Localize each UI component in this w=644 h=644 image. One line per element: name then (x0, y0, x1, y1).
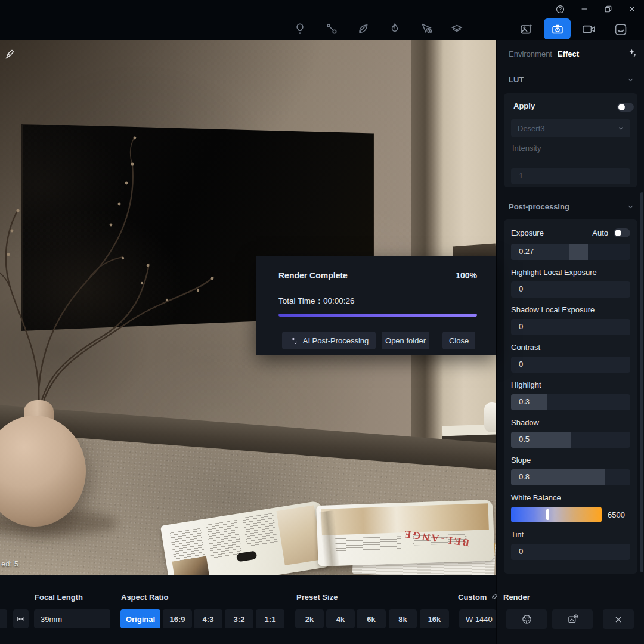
tint-input[interactable]: 0 (511, 544, 630, 560)
intensity-label: Intensity (512, 144, 541, 153)
render-cancel-button[interactable] (603, 609, 634, 629)
aperture-icon (521, 614, 532, 625)
custom-width-input[interactable]: W 1440 (459, 609, 496, 628)
video-mode-icon[interactable] (581, 22, 596, 36)
aspect-4-3-button[interactable]: 4:3 (194, 609, 222, 628)
field-label: Highlight Local Exposure (511, 268, 630, 277)
select-add-tool-icon[interactable] (420, 22, 433, 35)
exposure-slider[interactable]: 0.27 (511, 244, 630, 260)
field-label: Shadow Local Exposure (511, 305, 630, 314)
highlight-local-exposure-input[interactable]: 0 (511, 281, 630, 298)
material-tool-icon[interactable] (450, 22, 463, 35)
panel-divider (497, 67, 644, 67)
scene-branches (0, 88, 239, 422)
render-export-button[interactable] (552, 609, 593, 629)
preset-16k-button[interactable]: 16k (420, 609, 449, 628)
white-balance-label: White Balance (511, 493, 630, 502)
contrast-input[interactable]: 0 (511, 357, 630, 373)
post-processing-header[interactable]: Post-processing (509, 202, 569, 211)
lut-preset-dropdown[interactable]: Desert3 (511, 119, 630, 137)
effect-panel: Environment Effect LUT Apply Desert3 Int… (496, 40, 644, 644)
render-settings-bar: Focal Length Aspect Ratio Preset Size Cu… (0, 575, 496, 644)
total-time: Total Time：00:00:26 (278, 296, 355, 306)
preset-8k-button[interactable]: 8k (389, 609, 417, 628)
field-label: Slope (511, 456, 630, 465)
render-progress-bar (278, 314, 477, 317)
fire-tool-icon[interactable] (388, 22, 401, 35)
open-folder-button[interactable]: Open folder (382, 332, 429, 349)
seed-label: ed: 5 (1, 559, 18, 568)
slope-slider[interactable]: 0.8 (511, 469, 630, 485)
aspect-1-1-button[interactable]: 1:1 (256, 609, 284, 628)
title-bar (0, 0, 644, 40)
panel-scrollbar[interactable] (640, 192, 643, 572)
render-progress-fill (278, 314, 477, 317)
custom-size-label: Custom (458, 593, 487, 602)
restore-button[interactable] (602, 3, 614, 15)
aspect-16-9-button[interactable]: 16:9 (163, 609, 192, 628)
exposure-slider-handle[interactable] (569, 244, 588, 260)
white-balance-handle[interactable] (546, 509, 549, 520)
minimize-button[interactable] (578, 3, 590, 15)
annotate-pen-icon[interactable] (4, 47, 17, 60)
export-image-icon (567, 614, 578, 625)
ai-enhance-icon[interactable] (627, 48, 638, 58)
auto-label: Auto (592, 228, 608, 237)
app-window: BEL-ANGE ed: 5 Render Complete 100% Tota… (0, 0, 644, 644)
aspect-original-button[interactable]: Original (120, 609, 160, 628)
render-start-button[interactable] (506, 609, 547, 629)
help-icon[interactable] (554, 3, 566, 15)
lut-apply-toggle[interactable] (617, 103, 634, 112)
tab-effect[interactable]: Effect (558, 49, 579, 58)
shadow-slider[interactable]: 0.5 (511, 432, 630, 448)
field-label: Contrast (511, 343, 630, 352)
apply-label: Apply (513, 101, 535, 110)
scene-lamp (484, 402, 496, 432)
lut-intensity-input[interactable]: 1 (511, 168, 630, 184)
focal-length-label: Focal Length (35, 593, 83, 602)
sparkle-icon (289, 336, 299, 345)
preset-6k-button[interactable]: 6k (357, 609, 386, 628)
lut-card: Apply Desert3 Intensity 1 (504, 93, 637, 187)
focal-length-input[interactable]: 39mm (34, 609, 110, 628)
camera-mode-button[interactable] (544, 18, 571, 39)
width-arrows-icon (16, 614, 26, 624)
ai-post-processing-button[interactable]: AI Post-Processing (282, 332, 376, 349)
library-mode-icon[interactable] (614, 22, 628, 36)
preset-4k-button[interactable]: 4k (326, 609, 355, 628)
render-label: Render (503, 593, 530, 602)
dialog-title: Render Complete (278, 271, 348, 280)
aspect-3-2-button[interactable]: 3:2 (225, 609, 253, 628)
path-tool-icon[interactable] (325, 22, 338, 35)
white-balance-slider[interactable] (511, 507, 602, 522)
preset-2k-button[interactable]: 2k (295, 609, 324, 628)
close-button[interactable] (626, 3, 638, 15)
exposure-label: Exposure (511, 228, 544, 237)
focal-width-icon-button[interactable] (13, 609, 29, 628)
post-processing-card: Exposure Auto 0.27 Highlight Local Expos… (504, 219, 637, 574)
tab-environment[interactable]: Environment (509, 49, 552, 58)
chevron-down-icon[interactable] (627, 203, 633, 209)
highlight-slider[interactable]: 0.3 (511, 394, 630, 410)
shadow-local-exposure-input[interactable]: 0 (511, 319, 630, 335)
preset-size-label: Preset Size (296, 593, 338, 602)
close-icon (614, 615, 623, 624)
chevron-down-icon (618, 125, 624, 131)
tint-label: Tint (511, 530, 630, 539)
vegetation-tool-icon[interactable] (357, 22, 370, 35)
chevron-down-icon[interactable] (627, 76, 633, 82)
dialog-close-button[interactable]: Close (442, 332, 475, 349)
render-complete-dialog: Render Complete 100% Total Time：00:00:26… (256, 256, 496, 355)
edge-button[interactable] (0, 609, 7, 628)
exposure-auto-toggle[interactable] (614, 228, 630, 237)
white-balance-value: 6500 (608, 510, 625, 519)
aspect-ratio-label: Aspect Ratio (121, 593, 168, 602)
ai-image-mode-icon[interactable] (519, 22, 534, 36)
field-label: Shadow (511, 418, 630, 427)
light-tool-icon[interactable] (293, 22, 306, 35)
field-label: Highlight (511, 380, 630, 389)
link-dimensions-icon[interactable] (490, 592, 499, 601)
render-percent: 100% (456, 271, 477, 280)
lut-section-header[interactable]: LUT (509, 75, 524, 84)
